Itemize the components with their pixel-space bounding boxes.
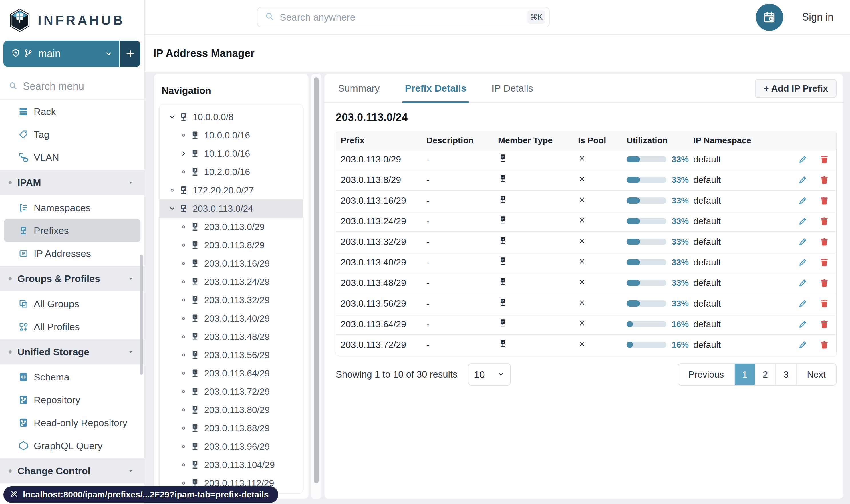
tab-summary[interactable]: Summary bbox=[336, 74, 382, 103]
tree-toggle[interactable] bbox=[178, 443, 189, 450]
sidebar-item-prefixes[interactable]: IPPrefixes bbox=[4, 219, 141, 242]
tree-toggle[interactable] bbox=[166, 113, 178, 121]
tree-item-203-0-113-80-29[interactable]: IP 203.0.113.80/29 bbox=[160, 401, 303, 419]
sidebar-item-schema[interactable]: Schema bbox=[4, 365, 141, 389]
page-button-3[interactable]: 3 bbox=[775, 364, 796, 385]
page-size-select[interactable]: 10 bbox=[468, 363, 511, 385]
tree-toggle[interactable] bbox=[178, 132, 189, 139]
sidebar-section-unified-storage[interactable]: Unified Storage bbox=[0, 339, 144, 364]
previous-page-button[interactable]: Previous bbox=[678, 364, 735, 385]
edit-button[interactable] bbox=[798, 257, 808, 267]
tab-ip-details[interactable]: IP Details bbox=[489, 74, 536, 103]
tree-toggle[interactable] bbox=[178, 425, 189, 431]
sidebar-item-all-profiles[interactable]: All Profiles bbox=[4, 315, 141, 338]
tree-item-203-0-113-88-29[interactable]: IP 203.0.113.88/29 bbox=[160, 419, 303, 437]
tree-toggle[interactable] bbox=[178, 334, 189, 340]
delete-button[interactable] bbox=[819, 175, 829, 185]
page-button-1[interactable]: 1 bbox=[734, 364, 755, 385]
tree-toggle[interactable] bbox=[178, 370, 189, 376]
tree-item-203-0-113-64-29[interactable]: IP 203.0.113.64/29 bbox=[160, 364, 303, 382]
tree-item-10-1-0-0-16[interactable]: IP 10.1.0.0/16 bbox=[160, 144, 303, 163]
sidebar-section-ipam[interactable]: IPAM bbox=[0, 170, 144, 195]
global-search-input[interactable] bbox=[280, 12, 527, 23]
tab-prefix-details[interactable]: Prefix Details bbox=[402, 74, 469, 103]
delete-button[interactable] bbox=[819, 154, 829, 164]
navigation-panel: Navigation IP 10.0.0.0/8 IP 10.0.0.0/16 … bbox=[153, 74, 309, 499]
tree-toggle[interactable] bbox=[178, 352, 189, 358]
tree-item-203-0-113-56-29[interactable]: IP 203.0.113.56/29 bbox=[160, 346, 303, 364]
tree-toggle[interactable] bbox=[178, 260, 189, 267]
tree-item-203-0-113-24-29[interactable]: IP 203.0.113.24/29 bbox=[160, 273, 303, 291]
ip-network-icon: IP bbox=[190, 350, 200, 360]
sidebar-item-read-only-repository[interactable]: Read-only Repository bbox=[4, 411, 141, 434]
sidebar-item-ip-addresses[interactable]: IPIP Addresses bbox=[4, 242, 141, 265]
sidebar-item-vlan[interactable]: VLAN bbox=[4, 146, 141, 169]
tree-item-203-0-113-72-29[interactable]: IP 203.0.113.72/29 bbox=[160, 382, 303, 401]
edit-button[interactable] bbox=[798, 175, 808, 185]
tree-toggle[interactable] bbox=[178, 389, 189, 395]
tree-item-203-0-113-104-29[interactable]: IP 203.0.113.104/29 bbox=[160, 456, 303, 474]
delete-button[interactable] bbox=[819, 340, 829, 350]
tree-scrollbar-thumb[interactable] bbox=[314, 77, 319, 483]
tree-item-10-0-0-0-8[interactable]: IP 10.0.0.0/8 bbox=[160, 108, 303, 126]
edit-button[interactable] bbox=[798, 216, 808, 226]
edit-button[interactable] bbox=[798, 340, 808, 349]
edit-button[interactable] bbox=[798, 155, 808, 164]
tree-item-203-0-113-32-29[interactable]: IP 203.0.113.32/29 bbox=[160, 291, 303, 309]
tree-item-203-0-113-0-29[interactable]: IP 203.0.113.0/29 bbox=[160, 218, 303, 236]
sidebar-search-input[interactable] bbox=[23, 80, 131, 92]
delete-button[interactable] bbox=[819, 278, 829, 288]
tree-toggle[interactable] bbox=[178, 462, 189, 468]
sidebar-section-change-control[interactable]: Change Control bbox=[0, 458, 144, 483]
delete-button[interactable] bbox=[819, 195, 829, 206]
sidebar-item-namespaces[interactable]: Namespaces bbox=[4, 196, 141, 219]
sidebar-item-rack[interactable]: Rack bbox=[4, 100, 141, 123]
add-ip-prefix-button[interactable]: + Add IP Prefix bbox=[755, 79, 836, 98]
tree-item-10-2-0-0-16[interactable]: IP 10.2.0.0/16 bbox=[160, 163, 303, 181]
sign-in-link[interactable]: Sign in bbox=[802, 11, 833, 23]
tree-toggle[interactable] bbox=[178, 480, 189, 486]
tree-toggle[interactable] bbox=[178, 150, 189, 157]
tree-toggle[interactable] bbox=[178, 169, 189, 175]
sidebar-item-graphql-query[interactable]: GraphQL Query bbox=[4, 434, 141, 457]
add-branch-button[interactable] bbox=[120, 41, 141, 67]
tree-toggle[interactable] bbox=[178, 315, 189, 322]
tree-item-172-20-20-0-27[interactable]: IP 172.20.20.0/27 bbox=[160, 181, 303, 199]
delete-button[interactable] bbox=[819, 216, 829, 226]
sidebar-item-all-groups[interactable]: All Groups bbox=[4, 292, 141, 315]
tree-toggle[interactable] bbox=[178, 278, 189, 285]
page-button-2[interactable]: 2 bbox=[755, 364, 775, 385]
edit-button[interactable] bbox=[798, 299, 808, 308]
edit-button[interactable] bbox=[798, 237, 808, 247]
tree-item-203-0-113-48-29[interactable]: IP 203.0.113.48/29 bbox=[160, 327, 303, 346]
delete-button[interactable] bbox=[819, 298, 829, 309]
sidebar-section-groups-profiles[interactable]: Groups & Profiles bbox=[0, 266, 144, 291]
edit-button[interactable] bbox=[798, 196, 808, 205]
logo[interactable]: INFRAHUB bbox=[0, 0, 144, 37]
branch-selector-main[interactable]: main bbox=[3, 41, 119, 67]
tree-toggle[interactable] bbox=[166, 187, 178, 193]
edit-button[interactable] bbox=[798, 278, 808, 288]
tree-toggle[interactable] bbox=[166, 205, 178, 212]
tree-item-203-0-113-0-24[interactable]: IP 203.0.113.0/24 bbox=[160, 199, 303, 218]
tree-toggle[interactable] bbox=[178, 224, 189, 230]
tree-toggle[interactable] bbox=[178, 407, 189, 413]
tree-item-10-0-0-0-16[interactable]: IP 10.0.0.0/16 bbox=[160, 126, 303, 144]
delete-button[interactable] bbox=[819, 257, 829, 267]
tree-item-203-0-113-8-29[interactable]: IP 203.0.113.8/29 bbox=[160, 236, 303, 254]
tree-toggle[interactable] bbox=[178, 242, 189, 248]
tree-item-203-0-113-40-29[interactable]: IP 203.0.113.40/29 bbox=[160, 309, 303, 327]
tree-item-203-0-113-96-29[interactable]: IP 203.0.113.96/29 bbox=[160, 437, 303, 456]
delete-button[interactable] bbox=[819, 319, 829, 329]
next-page-button[interactable]: Next bbox=[796, 364, 836, 385]
tree-item-203-0-113-16-29[interactable]: IP 203.0.113.16/29 bbox=[160, 254, 303, 273]
edit-button[interactable] bbox=[798, 319, 808, 329]
sidebar-scrollbar[interactable] bbox=[140, 255, 143, 375]
sidebar-item-tag[interactable]: Tag bbox=[4, 123, 141, 146]
schedule-button[interactable] bbox=[756, 4, 783, 31]
sidebar-item-repository[interactable]: Repository bbox=[4, 389, 141, 411]
tree-toggle[interactable] bbox=[178, 297, 189, 303]
delete-button[interactable] bbox=[819, 237, 829, 247]
global-search[interactable]: ⌘K bbox=[257, 7, 550, 28]
leaf-circle-icon bbox=[180, 132, 187, 139]
